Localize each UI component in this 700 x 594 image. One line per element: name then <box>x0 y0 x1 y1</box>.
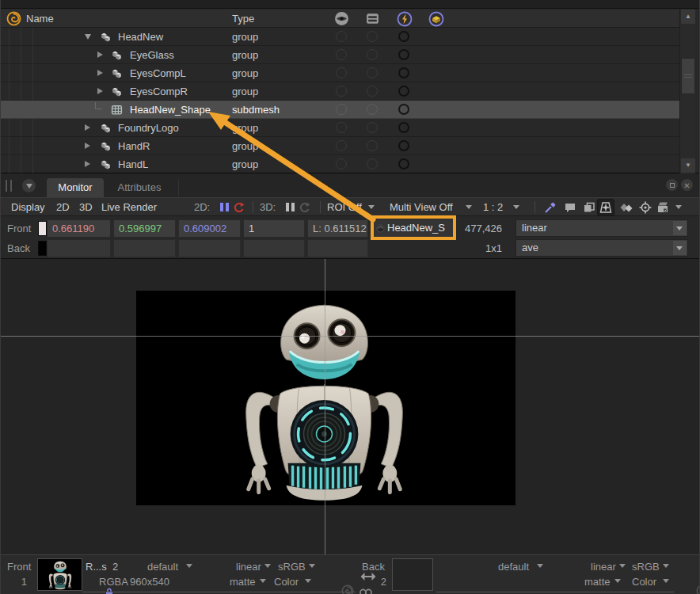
front-thumbnail[interactable] <box>37 558 82 591</box>
render-icon[interactable] <box>365 11 380 26</box>
dropdown-button[interactable] <box>673 241 687 255</box>
visibility-toggle[interactable] <box>336 86 347 97</box>
back-thumbnail[interactable] <box>392 558 433 591</box>
visibility-icon[interactable] <box>334 11 349 26</box>
render-toggle[interactable] <box>367 67 378 78</box>
2d-pause-icon[interactable] <box>220 203 230 211</box>
render-toggle[interactable] <box>367 158 378 169</box>
name-column-header[interactable]: Name <box>26 13 54 25</box>
3d-pause-icon[interactable] <box>286 203 296 211</box>
tree-row-foundrylogo[interactable]: FoundryLogo group <box>1 119 679 137</box>
zoom-level-dropdown[interactable]: 1 : 2 <box>483 201 503 213</box>
expand-arrow-icon[interactable] <box>97 70 103 76</box>
colorspace-dropdown[interactable]: linear <box>515 219 688 237</box>
dropdown-button[interactable] <box>673 221 687 235</box>
tab-attributes[interactable]: Attributes <box>105 178 173 197</box>
chevron-down-icon[interactable] <box>260 579 266 583</box>
chevron-down-icon[interactable] <box>614 579 621 583</box>
render-toggle[interactable] <box>367 140 378 151</box>
chevron-down-icon[interactable] <box>186 564 192 568</box>
front-preset-dropdown[interactable]: default <box>147 561 178 573</box>
front-matte-dropdown[interactable]: matte <box>230 576 256 588</box>
2d-menu[interactable]: 2D <box>56 201 70 213</box>
expand-arrow-icon[interactable] <box>85 124 90 131</box>
bake-toggle[interactable] <box>398 31 409 42</box>
expand-arrow-icon[interactable] <box>97 51 103 58</box>
front-colorspace-dropdown[interactable]: linear <box>236 561 261 573</box>
scrollbar-thumb[interactable] <box>681 58 695 94</box>
chevron-down-icon[interactable] <box>305 579 311 583</box>
monitor-viewport[interactable] <box>1 259 700 554</box>
2d-refresh-icon[interactable] <box>234 202 246 215</box>
chevron-down-icon[interactable] <box>675 205 682 209</box>
double-diamond-icon[interactable] <box>620 201 633 214</box>
projection-gizmo-button[interactable] <box>597 199 614 216</box>
render-toggle[interactable] <box>367 86 378 97</box>
panel-float-button[interactable] <box>666 179 678 191</box>
render-toggle[interactable] <box>367 122 378 133</box>
multi-view-dropdown[interactable]: Multi View Off <box>390 201 453 213</box>
front-color-dropdown[interactable]: Color <box>274 576 299 588</box>
expand-arrow-icon[interactable] <box>85 143 90 149</box>
panel-menu-button[interactable] <box>22 179 36 192</box>
chevron-down-icon[interactable] <box>663 579 669 583</box>
chevron-down-icon[interactable] <box>513 205 519 209</box>
front-display-dropdown[interactable]: sRGB <box>278 561 306 573</box>
bake-toggle[interactable] <box>398 104 409 115</box>
tree-row-eyescompl[interactable]: EyesCompL group <box>1 64 679 82</box>
render-clapper-icon[interactable] <box>656 201 669 214</box>
front-channel-name[interactable]: R...s <box>86 561 107 573</box>
visibility-toggle[interactable] <box>336 122 347 133</box>
tree-row-handl[interactable]: HandL group <box>1 155 679 173</box>
visibility-toggle[interactable] <box>336 49 347 60</box>
display-menu[interactable]: Display <box>11 201 45 213</box>
chevron-down-icon[interactable] <box>309 564 315 568</box>
eyedropper-icon[interactable] <box>544 201 557 214</box>
bake-toggle[interactable] <box>398 122 409 133</box>
visibility-toggle[interactable] <box>336 140 347 151</box>
tree-row-eyescompr[interactable]: EyesCompR group <box>1 82 679 101</box>
tree-row-handr[interactable]: HandR group <box>1 137 679 155</box>
back-color-dropdown[interactable]: Color <box>632 576 656 588</box>
tree-scrollbar[interactable]: ▲ ▼ <box>679 10 695 173</box>
scroll-up-button[interactable]: ▲ <box>681 10 695 24</box>
visibility-toggle[interactable] <box>336 31 347 42</box>
bake-toggle[interactable] <box>398 86 409 97</box>
live-render-menu[interactable]: Live Render <box>101 201 157 213</box>
tree-row-eyeglass[interactable]: EyeGlass group <box>1 46 679 64</box>
tree-row-headnew-shape[interactable]: HeadNew_Shape subdmesh <box>1 101 679 119</box>
chevron-down-icon[interactable] <box>537 564 543 568</box>
panel-drag-handle[interactable] <box>6 180 12 192</box>
snapshot-layers-icon[interactable] <box>583 201 595 214</box>
bake-toggle[interactable] <box>398 49 409 60</box>
bake-toggle[interactable] <box>398 158 409 169</box>
visibility-toggle[interactable] <box>336 158 347 169</box>
tab-monitor[interactable]: Monitor <box>47 178 104 197</box>
panel-close-button[interactable]: ✕ <box>681 179 693 191</box>
type-column-header[interactable]: Type <box>232 13 254 25</box>
bake-toggle[interactable] <box>398 67 409 78</box>
back-preset-dropdown[interactable]: default <box>498 561 529 573</box>
chevron-down-icon[interactable] <box>619 564 626 568</box>
scroll-down-button[interactable]: ▼ <box>681 158 695 173</box>
chevron-down-icon[interactable] <box>368 205 375 209</box>
3d-menu[interactable]: 3D <box>79 201 93 213</box>
tree-row-headnew[interactable]: HeadNew group <box>1 28 679 46</box>
render-toggle[interactable] <box>367 31 378 42</box>
3d-refresh-icon[interactable] <box>299 202 312 215</box>
visibility-toggle[interactable] <box>336 67 347 78</box>
paint-icon[interactable] <box>428 11 443 26</box>
annotation-bubble-icon[interactable] <box>564 201 576 214</box>
expand-arrow-icon[interactable] <box>97 88 103 94</box>
render-toggle[interactable] <box>367 104 378 115</box>
expand-arrow-icon[interactable] <box>85 161 90 167</box>
sample-mode-dropdown[interactable]: ave <box>515 239 688 257</box>
bake-icon[interactable] <box>397 11 412 26</box>
back-colorspace-dropdown[interactable]: linear <box>591 561 616 573</box>
back-matte-dropdown[interactable]: matte <box>584 576 611 588</box>
roi-dropdown[interactable]: ROI Off <box>327 201 362 213</box>
back-display-dropdown[interactable]: sRGB <box>632 561 660 573</box>
visibility-toggle[interactable] <box>336 104 347 115</box>
chevron-down-icon[interactable] <box>466 205 472 209</box>
bake-toggle[interactable] <box>398 140 409 151</box>
